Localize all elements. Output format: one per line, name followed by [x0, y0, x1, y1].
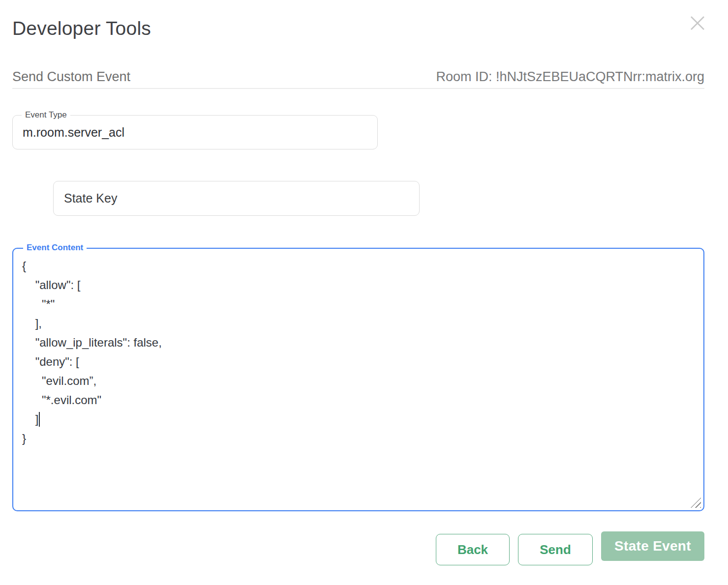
- room-id: Room ID: !hNJtSzEBEUaCQRTNrr:matrix.org: [436, 69, 704, 85]
- event-content-field[interactable]: Event Content { "allow": [ "*" ], "allow…: [12, 248, 704, 511]
- developer-tools-dialog: Developer Tools Send Custom Event Room I…: [0, 0, 728, 585]
- page-title: Developer Tools: [12, 18, 151, 39]
- dialog-actions: Back Send State Event: [436, 531, 704, 565]
- event-type-label: Event Type: [22, 110, 70, 120]
- event-content-after-cursor: }: [22, 432, 26, 445]
- state-key-field[interactable]: State Key: [53, 181, 420, 216]
- section-header: Send Custom Event Room ID: !hNJtSzEBEUaC…: [12, 69, 704, 85]
- close-button[interactable]: [687, 13, 708, 34]
- send-button[interactable]: Send: [518, 534, 593, 565]
- event-type-field[interactable]: Event Type m.room.server_acl: [12, 115, 378, 149]
- resize-handle-icon[interactable]: [691, 497, 701, 508]
- event-type-value: m.room.server_acl: [23, 125, 124, 140]
- section-title: Send Custom Event: [12, 69, 130, 85]
- event-content-text[interactable]: { "allow": [ "*" ], "allow_ip_literals":…: [22, 256, 687, 505]
- divider: [12, 88, 704, 89]
- event-content-label: Event Content: [23, 242, 87, 253]
- state-event-button[interactable]: State Event: [601, 531, 704, 561]
- text-cursor: [39, 412, 40, 427]
- state-key-placeholder: State Key: [64, 191, 117, 205]
- back-button[interactable]: Back: [436, 534, 510, 565]
- event-content-before-cursor: { "allow": [ "*" ], "allow_ip_literals":…: [22, 259, 162, 426]
- close-icon: [688, 13, 707, 33]
